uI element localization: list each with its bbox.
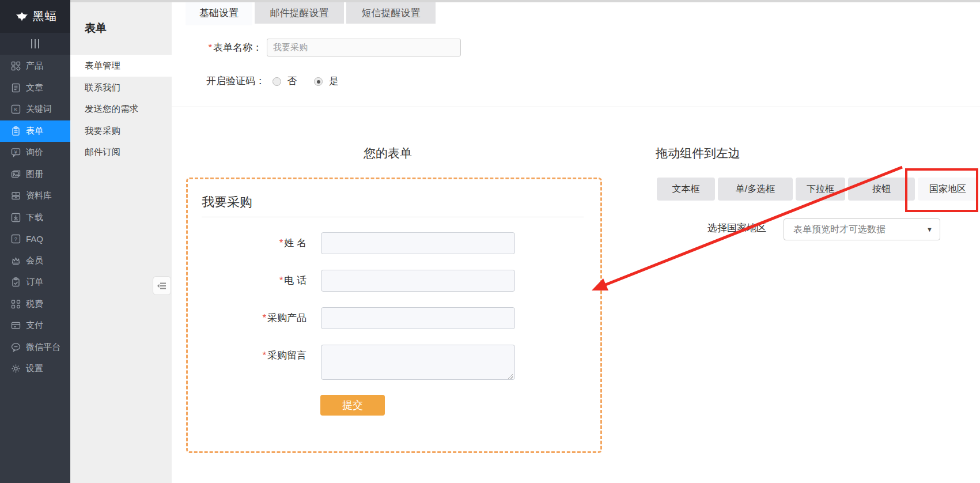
page: 黑蝠 产品 文章 K 关键词 表单 ¥ 询价 — [0, 0, 980, 483]
sidebar-item-payment[interactable]: 支付 — [0, 315, 70, 337]
chevron-down-icon: ▼ — [926, 219, 933, 240]
sidebar-item-products[interactable]: 产品 — [0, 55, 70, 77]
sidebar-item-articles[interactable]: 文章 — [0, 77, 70, 99]
library-icon — [11, 191, 21, 201]
field-label-name: *姓 名 — [230, 232, 307, 254]
country-select-label: 选择国家地区 — [707, 221, 766, 235]
sidebar-item-tax[interactable]: 税费 — [0, 293, 70, 315]
sidebar-menu: 产品 文章 K 关键词 表单 ¥ 询价 图册 — [0, 55, 70, 380]
form-name-label: *表单名称： — [190, 39, 262, 56]
captcha-radio-no-label[interactable]: 否 — [287, 75, 297, 88]
component-checkbox[interactable]: 单/多选框 — [718, 178, 793, 201]
field-input-product[interactable] — [321, 307, 515, 329]
annotation-highlight-box — [905, 168, 978, 212]
submenu-title: 表单 — [85, 21, 107, 36]
tab-sms-reminder-settings[interactable]: 短信提醒设置 — [346, 2, 436, 24]
component-textbox[interactable]: 文本框 — [657, 178, 715, 201]
field-input-phone[interactable] — [321, 270, 515, 292]
order-icon — [11, 277, 21, 287]
preview-form-title: 我要采购 — [202, 194, 252, 211]
form-icon — [11, 126, 21, 136]
tab-email-reminder-settings[interactable]: 邮件提醒设置 — [255, 2, 344, 24]
sidebar-item-wechat[interactable]: 微信平台 — [0, 337, 70, 359]
tab-basic-settings[interactable]: 基础设置 — [186, 2, 252, 25]
required-mark: * — [208, 42, 212, 53]
captcha-radio-no[interactable] — [273, 77, 281, 86]
svg-text:¥: ¥ — [14, 149, 18, 155]
captcha-radio-yes-label[interactable]: 是 — [329, 75, 339, 88]
country-select[interactable]: 表单预览时才可选数据 ▼ — [784, 218, 940, 240]
sidebar-item-members[interactable]: 会员 — [0, 250, 70, 272]
sidebar-item-settings[interactable]: 设置 — [0, 358, 70, 380]
palette-heading: 拖动组件到左边 — [656, 145, 740, 161]
keyword-icon: K — [11, 104, 21, 114]
sidebar-item-keywords[interactable]: K 关键词 — [0, 99, 70, 120]
submenu-item-send-requirements[interactable]: 发送您的需求 — [70, 98, 172, 120]
submenu-item-purchase[interactable]: 我要采购 — [70, 120, 172, 142]
gear-icon — [11, 364, 21, 373]
submenu-item-contact-us[interactable]: 联系我们 — [70, 77, 172, 99]
sidebar-collapse-handle[interactable] — [0, 33, 70, 55]
wechat-icon — [11, 342, 21, 352]
preview-title-rule — [202, 217, 584, 217]
sidebar-item-downloads[interactable]: 下载 — [0, 207, 70, 229]
bat-icon — [14, 12, 30, 22]
download-icon — [11, 213, 21, 222]
crown-icon — [11, 256, 21, 266]
svg-text:?: ? — [14, 236, 17, 242]
brand-logo[interactable]: 黑蝠 — [0, 0, 70, 33]
section-divider — [172, 107, 980, 107]
article-icon — [11, 83, 21, 93]
sidebar-item-gallery[interactable]: 图册 — [0, 164, 70, 186]
svg-text:K: K — [14, 107, 18, 112]
sidebar-item-inquiry[interactable]: ¥ 询价 — [0, 142, 70, 164]
captcha-radio-yes[interactable] — [314, 77, 323, 86]
component-dropdown[interactable]: 下拉框 — [796, 178, 845, 201]
outdent-icon — [157, 282, 167, 290]
inquiry-icon: ¥ — [11, 148, 21, 157]
submit-button[interactable]: 提交 — [320, 395, 385, 416]
sidebar-item-forms[interactable]: 表单 — [0, 120, 70, 142]
preview-heading: 您的表单 — [186, 145, 589, 161]
country-select-value: 表单预览时才可选数据 — [793, 219, 886, 240]
sidebar-item-library[interactable]: 资料库 — [0, 185, 70, 207]
field-input-name[interactable] — [321, 232, 515, 254]
submenu-list: 表单管理 联系我们 发送您的需求 我要采购 邮件订阅 — [70, 55, 172, 163]
grip-bars-icon — [31, 39, 32, 48]
faq-icon: ? — [11, 234, 21, 244]
panel-collapse-button[interactable] — [153, 276, 171, 295]
main-sidebar: 黑蝠 产品 文章 K 关键词 表单 ¥ 询价 — [0, 0, 70, 483]
field-label-phone: *电 话 — [230, 270, 307, 292]
sidebar-item-faq[interactable]: ? FAQ — [0, 228, 70, 250]
tax-icon — [11, 299, 21, 309]
submenu-item-email-subscribe[interactable]: 邮件订阅 — [70, 141, 172, 163]
captcha-label: 开启验证码： — [190, 75, 265, 88]
field-textarea-message[interactable] — [321, 345, 515, 380]
secondary-sidebar: 表单 表单管理 联系我们 发送您的需求 我要采购 邮件订阅 — [70, 2, 172, 483]
gallery-icon — [11, 169, 21, 179]
form-name-input[interactable] — [267, 39, 461, 56]
submenu-item-form-management[interactable]: 表单管理 — [70, 55, 172, 77]
sidebar-item-orders[interactable]: 订单 — [0, 271, 70, 293]
grid-icon — [11, 61, 21, 71]
payment-icon — [11, 320, 21, 330]
brand-name: 黑蝠 — [33, 9, 57, 24]
field-label-product: *采购产品 — [230, 307, 307, 329]
field-label-message: *采购留言 — [230, 345, 307, 367]
